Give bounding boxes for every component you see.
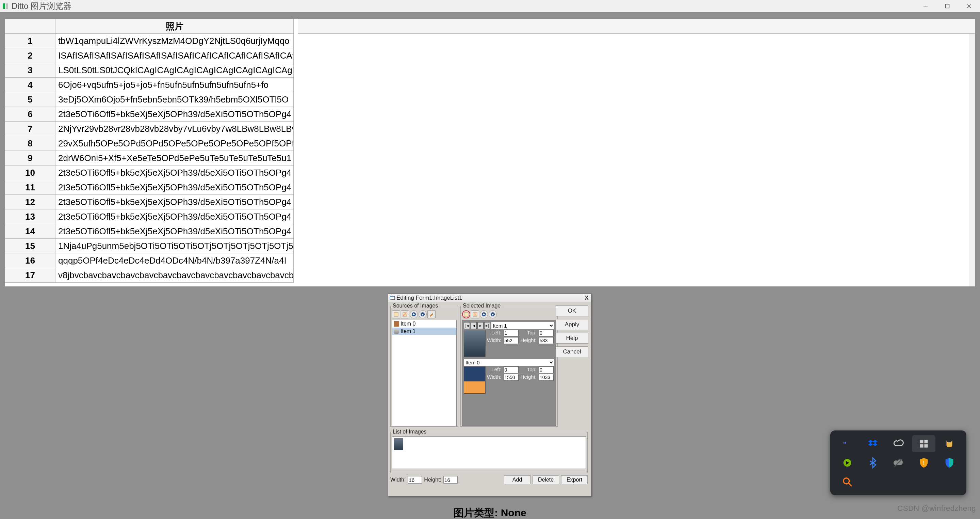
window-title: Ditto 图片浏览器 [11, 1, 72, 11]
tray-cloud-off-icon[interactable] [887, 454, 910, 471]
width-input-2[interactable] [504, 374, 519, 381]
thumb-1[interactable] [464, 330, 485, 357]
add-button[interactable]: Add [504, 476, 530, 484]
tray-security-icon[interactable] [937, 454, 961, 471]
grid-cell[interactable]: 2t3e5OTi6Ofl5+bk5eXj5eXj5OPh39/d5eXi5OTi… [56, 195, 294, 209]
row-header[interactable]: 7 [5, 121, 56, 136]
maximize-button[interactable] [937, 0, 958, 12]
bottom-width-label: Width: [390, 477, 406, 483]
minimize-button[interactable] [915, 0, 937, 12]
selected-up-icon[interactable] [480, 310, 488, 318]
tray-cat-icon[interactable] [937, 435, 961, 452]
tray-shield-warning-icon[interactable]: ! [912, 454, 935, 471]
row-header[interactable]: 16 [5, 253, 56, 268]
grid-cell[interactable]: 3eDj5OXm6Ojo5+fn5ebn5ebn5OTk39/h5ebm5OXl… [56, 92, 294, 107]
vertical-scrollbar[interactable] [969, 34, 975, 286]
tray-nvidia-icon[interactable] [836, 454, 859, 471]
row-header[interactable]: 12 [5, 195, 56, 209]
grid-cell[interactable]: qqqp5OPf4eDc4eDc4eDd4ODc4N/b4N/b397a397Z… [56, 253, 294, 268]
row-header[interactable]: 2 [5, 48, 56, 63]
grid-cell[interactable]: 1Nja4uPg5unm5ebj5OTi5OTi5OTi5OTj5OTj5OTj… [56, 239, 294, 253]
source-item-0[interactable]: Item 0 [392, 320, 456, 327]
grid-cell[interactable]: 2t3e5OTi6Ofl5+bk5eXj5eXj5OPh39/d5eXi5OTi… [56, 209, 294, 224]
source-item-1[interactable]: Item 1 [392, 327, 456, 335]
cancel-button[interactable]: Cancel [556, 347, 588, 357]
apply-button[interactable]: Apply [556, 319, 588, 330]
row-header[interactable]: 14 [5, 224, 56, 239]
data-grid[interactable]: 照片 1tbW1qampuLi4lZWVrKyszMzM4ODgY2NjtLS0… [5, 19, 975, 286]
move-down-icon[interactable] [418, 310, 427, 318]
brush-icon[interactable] [427, 310, 436, 318]
bottom-height-input[interactable] [443, 476, 458, 484]
height-input-1[interactable] [539, 337, 554, 344]
selected-down-icon[interactable] [488, 310, 497, 318]
grid-corner[interactable] [5, 19, 56, 34]
ok-button[interactable]: OK [556, 305, 588, 316]
new-source-icon[interactable] [392, 310, 400, 318]
column-header-photo[interactable]: 照片 [56, 19, 294, 34]
row-header[interactable]: 13 [5, 209, 56, 224]
row-header[interactable]: 10 [5, 166, 56, 180]
grid-cell[interactable]: 6Ojo6+vq5ufn5+jo5+jo5+fn5ufn5ufn5ufn5ufn… [56, 78, 294, 92]
height-input-2[interactable] [539, 374, 554, 381]
grid-cell[interactable]: 2t3e5OTi6Ofl5+bk5eXj5eXj5OPh39/d5eXi5OTi… [56, 107, 294, 121]
delete-button[interactable]: Delete [533, 476, 559, 484]
grid-cell[interactable]: 2drW6Oni5+Xf5+Xe5eTe5OPd5ePe5uTe5uTe5uTe… [56, 151, 294, 166]
row-header[interactable]: 4 [5, 78, 56, 92]
tray-creative-cloud-icon[interactable] [887, 435, 910, 452]
grid-cell[interactable]: 2t3e5OTi6Ofl5+bk5eXj5eXj5OPh39/d5eXi5OTi… [56, 180, 294, 195]
grid-header-extension [298, 19, 975, 34]
svg-rect-0 [3, 3, 5, 9]
row-header[interactable]: 8 [5, 136, 56, 151]
row-header[interactable]: 9 [5, 151, 56, 166]
tray-quote-icon[interactable]: " [836, 435, 859, 452]
selected-name-2[interactable]: Item 0 [464, 359, 554, 366]
row-header[interactable]: 5 [5, 92, 56, 107]
close-button[interactable] [958, 0, 980, 12]
remove-selected-icon[interactable] [471, 310, 479, 318]
delete-source-icon[interactable] [401, 310, 409, 318]
svg-rect-22 [924, 440, 928, 443]
dialog-close-button[interactable]: X [584, 295, 590, 302]
grid-cell[interactable]: ISAfISAfISAfISAfISAfISAfISAfISAfICAfICAf… [56, 48, 294, 63]
row-header[interactable]: 17 [5, 268, 56, 283]
grid-cell[interactable]: 2t3e5OTi6Ofl5+bk5eXj5eXj5OPh39/d5eXi5OTi… [56, 224, 294, 239]
grid-cell[interactable]: tbW1qampuLi4lZWVrKyszMzM4ODgY2NjtLS0q6ur… [56, 34, 294, 48]
thumb-2[interactable] [464, 366, 485, 394]
system-tray-popup[interactable]: " ! [830, 430, 966, 495]
last-icon[interactable]: ▸| [484, 322, 490, 329]
export-button[interactable]: Export [561, 476, 588, 484]
grid-cell[interactable]: 2t3e5OTi6Ofl5+bk5eXj5eXj5OPh39/d5eXi5OTi… [56, 166, 294, 180]
grid-cell[interactable]: 29vX5ufh5OPe5OPd5OPd5OPe5OPe5OPe5OPe5OPf… [56, 136, 294, 151]
grid-cell[interactable]: LS0tLS0tLS0tJCQkICAgICAgICAgICAgICAgICAg… [56, 63, 294, 78]
bottom-width-input[interactable] [408, 476, 422, 484]
next-icon[interactable]: ▸ [477, 322, 484, 329]
move-up-icon[interactable] [410, 310, 418, 318]
first-icon[interactable]: |◂ [464, 322, 470, 329]
top-input-2[interactable] [539, 366, 554, 373]
image-list[interactable] [392, 436, 586, 469]
grid-cell[interactable]: v8jbvcbavcbavcbavcbavcbavcbavcbavcbavcba… [56, 268, 294, 283]
tray-bluetooth-icon[interactable] [861, 454, 885, 471]
help-button[interactable]: Help [556, 333, 588, 343]
tray-dropbox-icon[interactable] [861, 435, 885, 452]
svg-rect-1 [6, 3, 8, 9]
width-input-1[interactable] [504, 337, 519, 344]
sources-list[interactable]: Item 0 Item 1 [392, 320, 457, 426]
left-input-1[interactable] [504, 330, 519, 337]
dialog-title: Editing Form1.ImageList1 [396, 295, 584, 302]
top-input-1[interactable] [539, 330, 554, 337]
tray-grid-icon[interactable] [912, 435, 935, 452]
list-thumb-0[interactable] [394, 438, 403, 450]
row-header[interactable]: 15 [5, 239, 56, 253]
tray-search-icon[interactable] [836, 473, 859, 490]
row-header[interactable]: 6 [5, 107, 56, 121]
row-header[interactable]: 11 [5, 180, 56, 195]
add-selected-icon[interactable] [462, 310, 470, 318]
row-header[interactable]: 1 [5, 34, 56, 48]
left-input-2[interactable] [504, 366, 519, 373]
selected-name-1[interactable]: Item 1 [491, 322, 554, 329]
grid-cell[interactable]: 2NjYvr29vb28vr28vb28vb28vby7vLu6vby7w8LB… [56, 121, 294, 136]
prev-icon[interactable]: ◂ [471, 322, 477, 329]
row-header[interactable]: 3 [5, 63, 56, 78]
